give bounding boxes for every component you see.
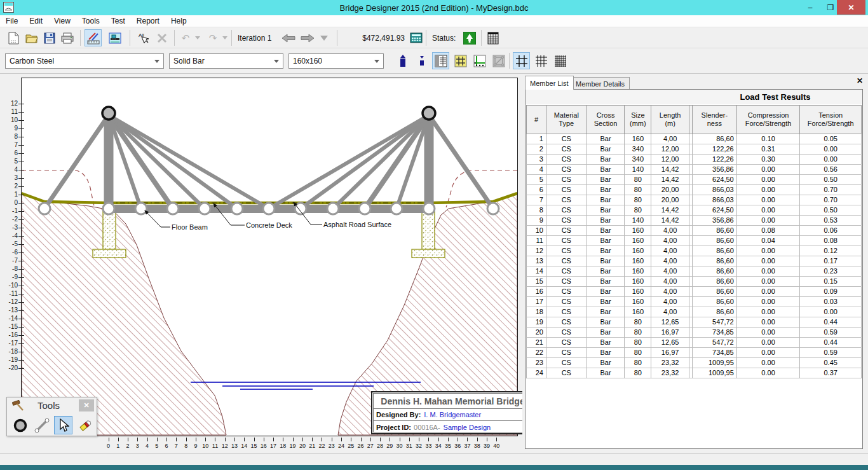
menu-help[interactable]: Help <box>165 17 193 25</box>
bridge-joint[interactable] <box>135 203 147 214</box>
guides-toggle[interactable] <box>471 52 488 69</box>
drawing-canvas[interactable]: Floor BeamConcrete DeckAsphalt Road Surf… <box>21 78 518 436</box>
menu-test[interactable]: Test <box>105 17 131 25</box>
member-row[interactable]: 17CSBar1604,0086,600.000.03 <box>526 297 862 307</box>
column-header[interactable]: Length(m) <box>651 105 689 134</box>
column-header[interactable]: TensionForce/Strength <box>800 105 862 134</box>
member-row[interactable]: 15CSBar1604,0086,600.000.15 <box>526 277 862 287</box>
member-row[interactable]: 1CSBar1604,0086,600.100.05 <box>526 134 862 144</box>
bridge-joint[interactable] <box>167 203 179 214</box>
bridge-cable-member[interactable] <box>301 115 429 209</box>
bridge-joint[interactable] <box>199 203 210 214</box>
menu-view[interactable]: View <box>48 17 76 25</box>
menu-tools[interactable]: Tools <box>76 17 105 25</box>
increase-member-size-button[interactable] <box>394 52 411 69</box>
cross-section-select[interactable]: Solid Bar <box>169 53 283 69</box>
delete-button[interactable] <box>153 29 170 46</box>
undo-dropdown[interactable] <box>193 29 203 46</box>
bridge-joint[interactable] <box>103 203 114 214</box>
member-tool-button[interactable] <box>32 416 51 434</box>
member-row[interactable]: 8CSBar8014,42624,500.000.50 <box>526 205 862 216</box>
member-row[interactable]: 6CSBar8020,00866,030.000.70 <box>526 185 862 195</box>
member-row[interactable]: 23CSBar8023,321009,950.000.45 <box>526 358 862 368</box>
redo-button[interactable]: ↷ <box>206 29 220 46</box>
member-row[interactable]: 18CSBar1604,0086,600.000.00 <box>526 307 862 317</box>
member-row[interactable]: 13CSBar1604,0086,600.000.17 <box>526 256 862 266</box>
tower-top-joint[interactable] <box>102 107 115 120</box>
column-header[interactable]: CompressionForce/Strength <box>737 105 801 134</box>
minimize-button[interactable]: – <box>799 0 821 15</box>
bridge-joint[interactable] <box>39 203 50 214</box>
bridge-drawing[interactable]: Floor BeamConcrete DeckAsphalt Road Surf… <box>22 78 517 436</box>
tab-member-details[interactable]: Member Details <box>571 77 630 90</box>
column-header[interactable]: MaterialType <box>546 105 587 134</box>
bridge-cable-member[interactable] <box>109 115 173 209</box>
column-header[interactable]: # <box>526 105 546 134</box>
member-row[interactable]: 12CSBar1604,0086,600.000.12 <box>526 246 862 256</box>
bridge-joint[interactable] <box>327 203 339 214</box>
member-row[interactable]: 5CSBar8014,42624,500.000.50 <box>526 175 862 185</box>
bridge-joint[interactable] <box>359 203 370 214</box>
panel-close-icon[interactable]: ✕ <box>855 76 864 85</box>
grid-fine-button[interactable] <box>552 52 569 69</box>
member-row[interactable]: 20CSBar8016,97734,850.000.59 <box>526 328 862 338</box>
tab-member-list[interactable]: Member List <box>525 76 574 90</box>
bridge-cable-member[interactable] <box>109 115 237 209</box>
member-row[interactable]: 16CSBar1604,0086,600.000.09 <box>526 287 862 297</box>
iteration-dropdown[interactable] <box>318 29 330 46</box>
column-header[interactable]: Slender-ness <box>693 105 737 134</box>
save-button[interactable] <box>41 29 58 46</box>
bridge-joint[interactable] <box>263 203 275 214</box>
grid-medium-button[interactable] <box>532 52 550 69</box>
tower-top-joint[interactable] <box>423 107 435 120</box>
print-button[interactable] <box>58 29 76 46</box>
member-row[interactable]: 11CSBar1604,0086,600.040.08 <box>526 236 862 246</box>
cost-calculator-icon[interactable] <box>407 29 424 46</box>
designer-name[interactable]: I. M. Bridgemaster <box>424 411 481 418</box>
previous-iteration-button[interactable] <box>280 29 297 46</box>
bridge-cable-member[interactable] <box>365 115 429 209</box>
project-name[interactable]: Sample Design <box>444 424 491 431</box>
material-select[interactable]: Carbon Steel <box>5 53 164 69</box>
status-indicator[interactable] <box>461 29 478 46</box>
member-numbers-toggle[interactable] <box>452 52 469 69</box>
member-row[interactable]: 14CSBar1604,0086,600.000.23 <box>526 266 862 277</box>
drawing-board-mode-button[interactable] <box>85 29 102 46</box>
tools-palette-titlebar[interactable]: Tools ✕ <box>7 397 97 414</box>
member-row[interactable]: 24CSBar8023,321009,950.000.37 <box>526 368 862 378</box>
member-row[interactable]: 21CSBar8012,65547,720.000.44 <box>526 338 862 348</box>
column-header[interactable]: CrossSection <box>587 105 625 134</box>
grid-coarse-button[interactable] <box>513 52 530 69</box>
new-file-button[interactable] <box>5 29 22 46</box>
bridge-joint[interactable] <box>295 203 306 214</box>
select-all-button[interactable]: A‌ll <box>134 29 151 46</box>
member-row[interactable]: 4CSBar14014,42356,860.000.56 <box>526 165 862 175</box>
joint-tool-button[interactable] <box>11 416 29 434</box>
bridge-joint[interactable] <box>231 203 243 214</box>
member-row[interactable]: 19CSBar8012,65547,720.000.44 <box>526 317 862 328</box>
bridge-joint[interactable] <box>423 203 435 214</box>
menu-edit[interactable]: Edit <box>24 17 48 25</box>
member-row[interactable]: 2CSBar34012,00122,260.310.00 <box>526 144 862 155</box>
bridge-joint[interactable] <box>487 203 499 214</box>
menu-file[interactable]: File <box>0 17 24 25</box>
load-test-mode-button[interactable] <box>106 29 123 46</box>
member-size-select[interactable]: 160x160 <box>288 53 384 69</box>
open-file-button[interactable] <box>23 29 40 46</box>
eraser-tool-button[interactable] <box>76 416 94 434</box>
bridge-cable-member[interactable] <box>429 115 493 209</box>
redo-dropdown[interactable] <box>220 29 230 46</box>
column-header[interactable]: Size(mm) <box>625 105 651 134</box>
select-tool-button[interactable] <box>54 416 72 434</box>
report-button[interactable] <box>484 29 501 46</box>
bridge-cable-member[interactable] <box>44 115 109 209</box>
member-row[interactable]: 9CSBar14014,42356,860.000.53 <box>526 216 862 226</box>
close-button[interactable]: ✕ <box>837 0 865 15</box>
menu-report[interactable]: Report <box>131 17 165 25</box>
undo-button[interactable]: ↶ <box>179 29 193 46</box>
tools-palette-close-button[interactable]: ✕ <box>79 399 94 411</box>
member-list-panel-toggle[interactable] <box>432 52 449 69</box>
next-iteration-button[interactable] <box>299 29 316 46</box>
member-row[interactable]: 7CSBar8020,00866,030.000.70 <box>526 195 862 205</box>
member-row[interactable]: 22CSBar8016,97734,850.000.59 <box>526 348 862 358</box>
